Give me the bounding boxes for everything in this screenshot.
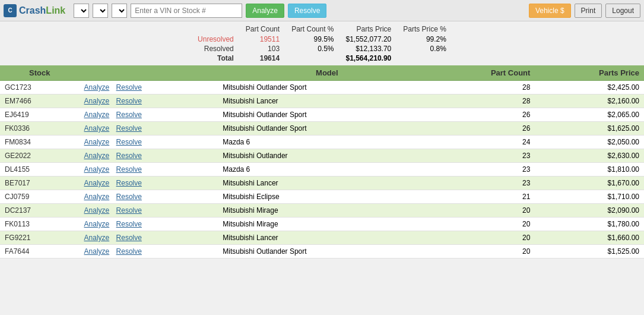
resolve-link[interactable]: Resolve <box>116 165 142 174</box>
price-cell: $1,670.00 <box>535 177 644 190</box>
table-row: DC2137 Analyze Resolve Mitsubishi Mirage… <box>0 204 644 218</box>
model-cell: Mitsubishi Outlander Sport <box>218 81 436 94</box>
count-cell: 23 <box>436 163 535 177</box>
col-parts-price: Parts Price <box>535 65 644 81</box>
summary-row: Unresolved 19511 99.5% $1,552,077.20 99.… <box>192 34 452 44</box>
vehicle-button[interactable]: Vehicle $ <box>529 4 571 18</box>
stock-cell: GC1723 <box>0 81 80 94</box>
table-row: FK0113 Analyze Resolve Mitsubishi Mirage… <box>0 218 644 231</box>
price-cell: $2,425.00 <box>535 81 644 94</box>
resolve-link[interactable]: Resolve <box>116 97 142 105</box>
action-cell: Analyze Resolve <box>80 177 218 190</box>
analyze-link[interactable]: Analyze <box>84 83 110 92</box>
resolve-link[interactable]: Resolve <box>116 220 142 228</box>
analyze-link[interactable]: Analyze <box>84 138 110 146</box>
price-cell: $2,050.00 <box>535 136 644 149</box>
count-cell: 23 <box>436 149 535 163</box>
resolve-link[interactable]: Resolve <box>116 193 142 201</box>
analyze-link[interactable]: Analyze <box>84 234 110 242</box>
summary-col-part-count-pct: Part Count % <box>285 24 340 34</box>
stock-cell: DC2137 <box>0 204 80 218</box>
col-actions <box>80 65 218 81</box>
model-cell: Mazda 6 <box>218 136 436 149</box>
analyze-link[interactable]: Analyze <box>84 206 110 215</box>
resolve-link[interactable]: Resolve <box>116 206 142 215</box>
analyze-button[interactable]: Analyze <box>246 4 284 18</box>
action-cell: Analyze Resolve <box>80 231 218 245</box>
table-row: EM7466 Analyze Resolve Mitsubishi Lancer… <box>0 94 644 108</box>
stock-cell: FK0113 <box>0 218 80 231</box>
summary-col-part-count: Part Count <box>240 24 285 34</box>
model-cell: Mitsubishi Mirage <box>218 204 436 218</box>
print-button[interactable]: Print <box>575 4 602 18</box>
model-cell: Mitsubishi Eclipse <box>218 190 436 204</box>
resolve-link[interactable]: Resolve <box>116 179 142 187</box>
resolve-link[interactable]: Resolve <box>116 138 142 146</box>
analyze-link[interactable]: Analyze <box>84 220 110 228</box>
price-cell: $2,065.00 <box>535 108 644 122</box>
stock-cell: DL4155 <box>0 163 80 177</box>
price-cell: $2,090.00 <box>535 204 644 218</box>
summary-label: Total <box>192 53 240 63</box>
stock-cell: FG9221 <box>0 231 80 245</box>
price-cell: $1,660.00 <box>535 231 644 245</box>
count-cell: 24 <box>436 136 535 149</box>
col-part-count: Part Count <box>436 65 535 81</box>
resolve-link[interactable]: Resolve <box>116 152 142 160</box>
analyze-link[interactable]: Analyze <box>84 111 110 119</box>
summary-count: 19614 <box>240 53 285 63</box>
count-cell: 28 <box>436 81 535 94</box>
action-cell: Analyze Resolve <box>80 108 218 122</box>
summary-price-pct: 99.2% <box>397 34 452 44</box>
resolve-link[interactable]: Resolve <box>116 247 142 256</box>
summary-section: Part Count Part Count % Parts Price Part… <box>0 21 644 65</box>
summary-col-parts-price-pct: Parts Price % <box>397 24 452 34</box>
price-cell: $2,160.00 <box>535 94 644 108</box>
table-row: FA7644 Analyze Resolve Mitsubishi Outlan… <box>0 245 644 259</box>
analyze-link[interactable]: Analyze <box>84 179 110 187</box>
summary-label: Unresolved <box>192 34 240 44</box>
col-stock: Stock <box>0 65 80 81</box>
summary-count: 103 <box>240 44 285 53</box>
price-cell: $1,625.00 <box>535 122 644 136</box>
table-row: FK0336 Analyze Resolve Mitsubishi Outlan… <box>0 122 644 136</box>
action-cell: Analyze Resolve <box>80 218 218 231</box>
table-row: CJ0759 Analyze Resolve Mitsubishi Eclips… <box>0 190 644 204</box>
logout-button[interactable]: Logout <box>605 4 640 18</box>
stock-cell: BE7017 <box>0 177 80 190</box>
vin-input[interactable] <box>131 4 242 18</box>
count-cell: 26 <box>436 108 535 122</box>
summary-price-pct: 0.8% <box>397 44 452 53</box>
summary-count: 19511 <box>240 34 285 44</box>
resolve-button[interactable]: Resolve <box>288 4 326 18</box>
resolve-link[interactable]: Resolve <box>116 111 142 119</box>
summary-price: $1,564,210.90 <box>340 53 398 63</box>
dropdown-2[interactable] <box>93 4 108 18</box>
price-cell: $2,630.00 <box>535 149 644 163</box>
price-cell: $1,780.00 <box>535 218 644 231</box>
analyze-link[interactable]: Analyze <box>84 152 110 160</box>
resolve-link[interactable]: Resolve <box>116 124 142 133</box>
count-cell: 28 <box>436 94 535 108</box>
table-row: EJ6419 Analyze Resolve Mitsubishi Outlan… <box>0 108 644 122</box>
count-cell: 20 <box>436 204 535 218</box>
analyze-link[interactable]: Analyze <box>84 165 110 174</box>
stock-cell: CJ0759 <box>0 190 80 204</box>
price-cell: $1,525.00 <box>535 245 644 259</box>
action-cell: Analyze Resolve <box>80 122 218 136</box>
summary-label: Resolved <box>192 44 240 53</box>
dropdown-1[interactable] <box>74 4 89 18</box>
action-cell: Analyze Resolve <box>80 136 218 149</box>
analyze-link[interactable]: Analyze <box>84 247 110 256</box>
count-cell: 20 <box>436 245 535 259</box>
dropdown-3[interactable] <box>112 4 127 18</box>
analyze-link[interactable]: Analyze <box>84 124 110 133</box>
action-cell: Analyze Resolve <box>80 94 218 108</box>
resolve-link[interactable]: Resolve <box>116 234 142 242</box>
count-cell: 21 <box>436 190 535 204</box>
analyze-link[interactable]: Analyze <box>84 97 110 105</box>
analyze-link[interactable]: Analyze <box>84 193 110 201</box>
stock-cell: EJ6419 <box>0 108 80 122</box>
action-cell: Analyze Resolve <box>80 245 218 259</box>
resolve-link[interactable]: Resolve <box>116 83 142 92</box>
